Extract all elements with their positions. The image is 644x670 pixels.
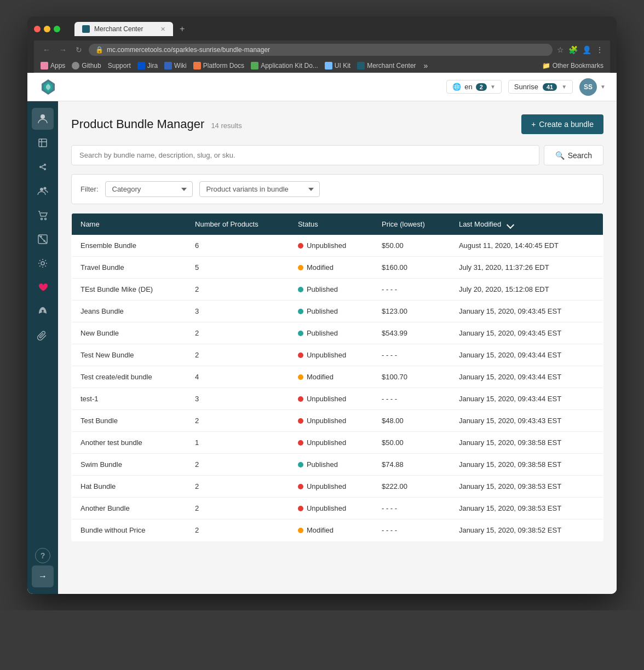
- search-button[interactable]: 🔍 Search: [544, 145, 603, 165]
- page-title: Product Bundle Manager: [71, 117, 204, 131]
- variants-filter[interactable]: Product variants in bundle: [199, 181, 320, 197]
- sidebar-item-user[interactable]: [32, 108, 54, 130]
- lang-chevron: ▼: [490, 84, 496, 90]
- cell-last-modified: January 15, 2020, 09:43:45 EST: [450, 322, 603, 344]
- cell-last-modified: January 15, 2020, 09:38:52 EST: [450, 519, 603, 541]
- cell-name: Swim Bundle: [72, 454, 187, 476]
- table-row[interactable]: Another test bundle 1 Unpublished $50.00…: [72, 432, 603, 454]
- sidebar-item-expand[interactable]: →: [32, 565, 54, 587]
- table-row[interactable]: Test New Bundle 2 Unpublished - - - - Ja…: [72, 344, 603, 366]
- status-label: Published: [307, 285, 338, 293]
- cell-price: - - - -: [373, 498, 450, 519]
- bookmark-mc-label: Merchant Center: [367, 62, 416, 70]
- status-dot: [298, 287, 303, 292]
- cell-price: $543.99: [373, 322, 450, 344]
- account-icon[interactable]: 👤: [582, 45, 591, 54]
- cell-name: Test Bundle: [72, 410, 187, 432]
- bookmark-mc[interactable]: Merchant Center: [357, 62, 416, 70]
- cell-last-modified: January 15, 2020, 09:43:44 EST: [450, 366, 603, 388]
- bookmark-wiki[interactable]: Wiki: [164, 62, 187, 70]
- table-row[interactable]: New Bundle 2 Published $543.99 January 1…: [72, 322, 603, 344]
- col-num-products: Number of Products: [186, 213, 289, 235]
- sidebar-item-customers[interactable]: [32, 180, 54, 202]
- table-row[interactable]: Test Bundle 2 Unpublished $48.00 January…: [72, 410, 603, 432]
- cell-num-products: 5: [186, 257, 289, 279]
- cell-price: - - - -: [373, 519, 450, 541]
- cell-last-modified: January 15, 2020, 09:43:44 EST: [450, 388, 603, 410]
- table-row[interactable]: Another Bundle 2 Unpublished - - - - Jan…: [72, 498, 603, 519]
- bookmark-appkit[interactable]: Application Kit Do...: [251, 62, 318, 70]
- status-dot: [298, 506, 303, 511]
- bookmark-star[interactable]: ☆: [557, 45, 564, 54]
- table-row[interactable]: Bundle without Price 2 Modified - - - - …: [72, 519, 603, 541]
- status-label: Published: [307, 460, 338, 469]
- status-label: Unpublished: [307, 395, 346, 403]
- table-row[interactable]: Swim Bundle 2 Published $74.88 January 1…: [72, 454, 603, 476]
- bookmark-jira[interactable]: Jira: [137, 62, 158, 70]
- other-bookmarks[interactable]: 📁 Other Bookmarks: [542, 62, 603, 70]
- browser-tab-active[interactable]: Merchant Center ✕: [74, 22, 173, 36]
- svg-point-6: [44, 164, 46, 166]
- language-selector[interactable]: 🌐 en 2 ▼: [446, 80, 502, 94]
- search-bar: 🔍 Search: [71, 145, 603, 165]
- table-row[interactable]: Ensemble Bundle 6 Unpublished $50.00 Aug…: [72, 235, 603, 257]
- refresh-button[interactable]: ↻: [73, 44, 84, 55]
- bookmark-platformdocs[interactable]: Platform Docs: [193, 62, 244, 70]
- sidebar-item-help[interactable]: ?: [35, 548, 50, 563]
- cell-status: Published: [289, 322, 373, 344]
- sidebar-item-attachments[interactable]: [32, 325, 54, 346]
- sidebar-item-discounts[interactable]: [32, 228, 54, 250]
- app-header: 🌐 en 2 ▼ Sunrise 41 ▼ SS ▼: [27, 73, 617, 101]
- bookmark-uikit[interactable]: UI Kit: [325, 62, 350, 70]
- tab-close-icon[interactable]: ✕: [160, 26, 165, 33]
- forward-button[interactable]: →: [57, 44, 69, 55]
- cell-num-products: 2: [186, 410, 289, 432]
- menu-icon[interactable]: ⋮: [596, 45, 603, 54]
- minimize-button[interactable]: [44, 26, 50, 32]
- cell-status: Unpublished: [289, 476, 373, 498]
- bookmark-github[interactable]: Github: [72, 62, 101, 70]
- sidebar-item-favorites[interactable]: [32, 276, 54, 298]
- extensions-icon[interactable]: 🧩: [568, 45, 578, 54]
- status-dot: [298, 265, 303, 270]
- tab-favicon: [82, 25, 90, 33]
- cell-name: Another Bundle: [72, 498, 187, 519]
- new-tab-button[interactable]: +: [174, 22, 190, 36]
- bookmark-support[interactable]: Support: [108, 62, 131, 70]
- project-name: Sunrise: [514, 83, 538, 91]
- sidebar-item-orders[interactable]: [32, 204, 54, 226]
- project-selector[interactable]: Sunrise 41 ▼: [508, 80, 573, 94]
- back-button[interactable]: ←: [41, 44, 53, 55]
- sidebar-item-products[interactable]: [32, 132, 54, 154]
- address-bar[interactable]: 🔒 mc.commercetools.co/sparkles-sunrise/b…: [89, 44, 553, 56]
- bookmark-uikit-label: UI Kit: [335, 62, 350, 70]
- maximize-button[interactable]: [54, 26, 60, 32]
- sidebar-item-launch[interactable]: [32, 301, 54, 322]
- search-input[interactable]: [71, 145, 539, 165]
- cell-status: Unpublished: [289, 432, 373, 454]
- category-filter[interactable]: Category: [105, 181, 193, 197]
- cell-last-modified: January 15, 2020, 09:38:58 EST: [450, 432, 603, 454]
- col-last-modified[interactable]: Last Modified: [450, 213, 603, 235]
- table-row[interactable]: TEst Bundle Mike (DE) 2 Published - - - …: [72, 279, 603, 301]
- table-row[interactable]: Travel Bundle 5 Modified $160.00 July 31…: [72, 257, 603, 279]
- bookmark-apps[interactable]: Apps: [41, 62, 65, 70]
- tab-title: Merchant Center: [94, 25, 143, 33]
- page-title-group: Product Bundle Manager 14 results: [71, 117, 242, 131]
- sidebar-item-settings[interactable]: [32, 252, 54, 274]
- cell-status: Unpublished: [289, 344, 373, 366]
- table-row[interactable]: Jeans Bundle 3 Published $123.00 January…: [72, 301, 603, 322]
- status-dot: [298, 528, 303, 533]
- table-row[interactable]: Hat Bundle 2 Unpublished $222.00 January…: [72, 476, 603, 498]
- user-menu[interactable]: SS ▼: [579, 78, 606, 96]
- bookmark-jira-label: Jira: [147, 62, 158, 70]
- table-row[interactable]: test-1 3 Unpublished - - - - January 15,…: [72, 388, 603, 410]
- cell-name: Test create/edit bundle: [72, 366, 187, 388]
- close-button[interactable]: [34, 26, 41, 32]
- sidebar-item-catalog[interactable]: [32, 156, 54, 178]
- cell-name: Test New Bundle: [72, 344, 187, 366]
- create-bundle-button[interactable]: + Create a bundle: [521, 114, 603, 134]
- bookmarks-more-button[interactable]: »: [424, 61, 428, 70]
- cell-price: - - - -: [373, 344, 450, 366]
- table-row[interactable]: Test create/edit bundle 4 Modified $100.…: [72, 366, 603, 388]
